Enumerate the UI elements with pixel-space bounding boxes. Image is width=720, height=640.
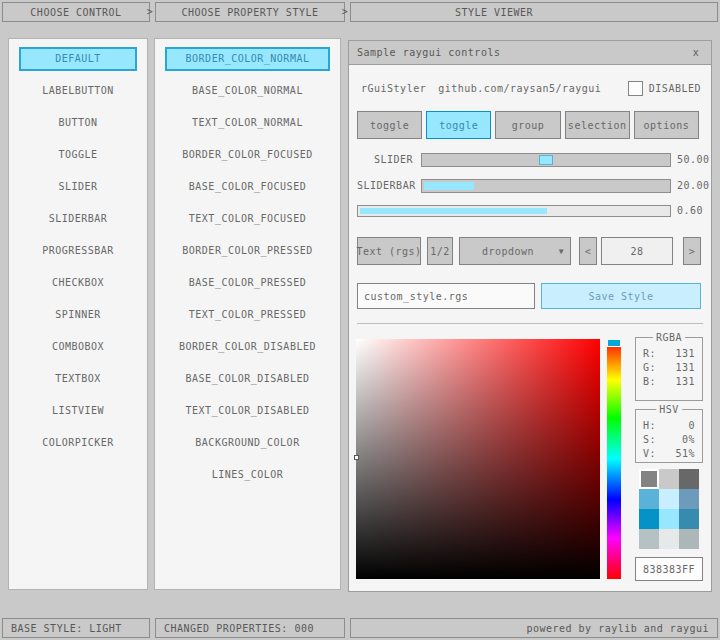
control-item[interactable]: SLIDER: [9, 171, 147, 203]
topbar-segment-choose-control: CHOOSE CONTROL: [2, 2, 150, 22]
hsv-title: HSV: [656, 404, 682, 415]
v-value: 51%: [675, 448, 695, 462]
s-label: S:: [643, 434, 656, 448]
spinner-value-box[interactable]: 28: [601, 237, 673, 265]
sliderbar-row: SLIDERBAR 20.00: [357, 179, 699, 193]
style-color-swatch[interactable]: [659, 489, 679, 509]
control-item[interactable]: LISTVIEW: [9, 395, 147, 427]
statusbar-label: BASE STYLE: LIGHT: [11, 623, 122, 634]
progressbar-track: [357, 205, 671, 217]
control-item[interactable]: COLORPICKER: [9, 427, 147, 459]
disabled-checkbox[interactable]: [628, 81, 643, 96]
repo-link[interactable]: github.com/raysan5/raygui: [438, 83, 601, 94]
sliderbar-value: 20.00: [677, 179, 710, 193]
property-item[interactable]: TEXT_COLOR_NORMAL: [155, 107, 340, 139]
property-item[interactable]: BASE_COLOR_NORMAL: [155, 75, 340, 107]
property-item[interactable]: TEXT_COLOR_DISABLED: [155, 395, 340, 427]
property-item[interactable]: BORDER_COLOR_FOCUSED: [155, 139, 340, 171]
hue-slider[interactable]: [607, 339, 621, 579]
control-item[interactable]: TEXTBOX: [9, 363, 147, 395]
control-item[interactable]: TOGGLE: [9, 139, 147, 171]
toggle-button[interactable]: selection: [565, 111, 630, 139]
window-titlebar: Sample raygui controls x: [349, 41, 711, 65]
toggle-button[interactable]: toggle: [426, 111, 491, 139]
text-rgs-button[interactable]: Text (rgs): [357, 237, 421, 265]
hue-selector[interactable]: [607, 339, 621, 347]
r-label: R:: [643, 348, 656, 362]
rgba-row: R: 131: [643, 348, 695, 362]
file-row: custom_style.rgs Save Style: [357, 283, 699, 309]
property-item[interactable]: BASE_COLOR_FOCUSED: [155, 171, 340, 203]
style-color-swatch[interactable]: [679, 509, 699, 529]
control-item[interactable]: BUTTON: [9, 107, 147, 139]
sv-marker[interactable]: [354, 455, 359, 460]
window-title: Sample raygui controls: [357, 47, 500, 58]
style-color-swatch[interactable]: [639, 509, 659, 529]
slider-value: 50.00: [677, 153, 710, 167]
style-color-swatch[interactable]: [659, 509, 679, 529]
toggle-button[interactable]: options: [634, 111, 699, 139]
hex-color-input[interactable]: 838383FF: [635, 557, 703, 581]
style-filename-input[interactable]: custom_style.rgs: [357, 283, 535, 309]
property-item[interactable]: TEXT_COLOR_FOCUSED: [155, 203, 340, 235]
statusbar-base-style: BASE STYLE: LIGHT: [2, 618, 150, 638]
chevron-right-icon: >: [145, 2, 155, 22]
dropdown-select[interactable]: dropdown ▼: [459, 237, 571, 265]
topbar-label: STYLE VIEWER: [455, 7, 533, 18]
property-item[interactable]: LINES_COLOR: [155, 459, 340, 491]
style-viewer-window: Sample raygui controls x rGuiStyler gith…: [348, 40, 712, 592]
style-color-swatch[interactable]: [639, 489, 659, 509]
slider-track[interactable]: [421, 153, 671, 167]
progressbar-row: 0.60: [357, 205, 699, 217]
toggle-group: toggle toggle group selection options: [357, 111, 699, 139]
style-color-swatch[interactable]: [679, 469, 699, 489]
close-icon[interactable]: x: [689, 47, 703, 58]
control-item[interactable]: CHECKBOX: [9, 267, 147, 299]
control-item[interactable]: PROGRESSBAR: [9, 235, 147, 267]
control-item[interactable]: SPINNER: [9, 299, 147, 331]
spinner-decrement-button[interactable]: <: [579, 237, 597, 265]
spinner-increment-button[interactable]: >: [683, 237, 701, 265]
v-label: V:: [643, 448, 656, 462]
chevron-right-icon: >: [340, 2, 350, 22]
control-item[interactable]: DEFAULT: [19, 47, 137, 71]
style-color-swatch[interactable]: [659, 469, 679, 489]
topbar-label: CHOOSE CONTROL: [30, 7, 121, 18]
slider-handle[interactable]: [539, 155, 553, 165]
controls-list: DEFAULT LABELBUTTON BUTTON TOGGLE SLIDER…: [8, 38, 148, 590]
topbar-label: CHOOSE PROPERTY STYLE: [182, 7, 319, 18]
style-color-swatch[interactable]: [679, 529, 699, 549]
control-item[interactable]: LABELBUTTON: [9, 75, 147, 107]
sliderbar-label: SLIDERBAR: [357, 179, 413, 193]
control-item[interactable]: SLIDERBAR: [9, 203, 147, 235]
property-item[interactable]: BORDER_COLOR_PRESSED: [155, 235, 340, 267]
statusbar-label: CHANGED PROPERTIES: 000: [164, 623, 314, 634]
save-style-button[interactable]: Save Style: [541, 283, 701, 309]
half-button[interactable]: 1/2: [427, 237, 453, 265]
style-color-swatch[interactable]: [639, 469, 659, 489]
property-item[interactable]: BORDER_COLOR_DISABLED: [155, 331, 340, 363]
sliderbar-track[interactable]: [421, 179, 671, 193]
rgba-title: RGBA: [653, 332, 685, 343]
progressbar-value: 0.60: [677, 205, 703, 217]
g-label: G:: [643, 362, 656, 376]
property-item[interactable]: BASE_COLOR_PRESSED: [155, 267, 340, 299]
rgba-group: RGBA R: 131 G: 131 B: 131: [635, 337, 703, 401]
properties-list: BORDER_COLOR_NORMAL BASE_COLOR_NORMAL TE…: [154, 38, 341, 590]
divider: [357, 323, 703, 324]
toggle-button[interactable]: group: [495, 111, 560, 139]
style-color-grid: [639, 469, 699, 549]
property-item[interactable]: TEXT_COLOR_PRESSED: [155, 299, 340, 331]
color-saturation-value-square[interactable]: [356, 339, 600, 579]
style-color-swatch[interactable]: [679, 489, 699, 509]
property-item[interactable]: BACKGROUND_COLOR: [155, 427, 340, 459]
property-item[interactable]: BASE_COLOR_DISABLED: [155, 363, 340, 395]
toggle-button[interactable]: toggle: [357, 111, 422, 139]
chevron-down-icon: ▼: [559, 247, 564, 256]
disabled-checkbox-group: DISABLED: [628, 81, 701, 96]
control-item[interactable]: COMBOBOX: [9, 331, 147, 363]
property-item[interactable]: BORDER_COLOR_NORMAL: [165, 47, 330, 71]
style-color-swatch[interactable]: [639, 529, 659, 549]
hsv-row: V: 51%: [643, 448, 695, 462]
style-color-swatch[interactable]: [659, 529, 679, 549]
